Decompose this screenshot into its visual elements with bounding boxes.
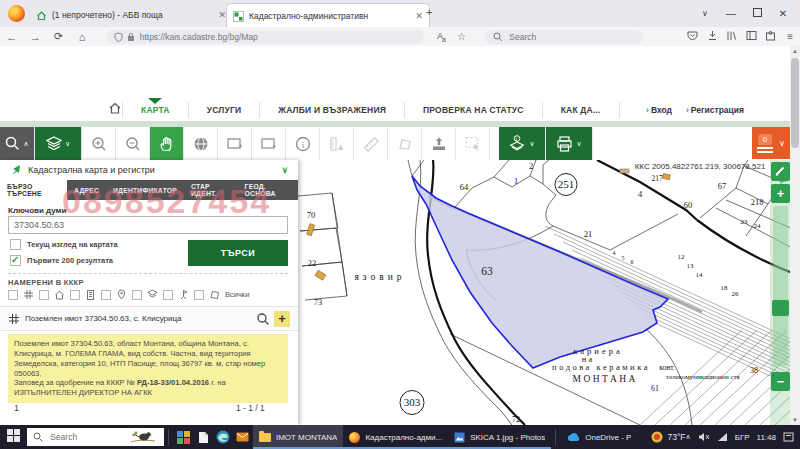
search-button[interactable]: ТЪРСИ <box>188 240 288 266</box>
tab-identifier[interactable]: ИДЕНТИФИКАТОР <box>106 180 184 200</box>
keywords-input[interactable] <box>8 216 288 234</box>
location-pin-icon[interactable] <box>116 289 127 300</box>
pan-button[interactable] <box>150 127 184 161</box>
login-link[interactable]: ›Вход <box>646 105 672 115</box>
menu-icon[interactable]: ≡ <box>780 31 800 42</box>
tab-close-icon[interactable]: ✕ <box>218 10 226 20</box>
zone-polygon-icon[interactable] <box>209 289 220 300</box>
tab-old-ident[interactable]: СТАР ИДЕНТ. <box>184 180 238 200</box>
house-icon[interactable] <box>54 289 65 300</box>
extension-icon[interactable] <box>761 30 781 43</box>
select-region-button[interactable] <box>456 127 490 161</box>
map-edit-button[interactable] <box>771 162 790 181</box>
measure-area-button[interactable] <box>388 127 422 161</box>
tab-geod-basis[interactable]: ГЕОД. ОСНОВА <box>238 180 298 200</box>
filter-checkbox[interactable] <box>194 290 204 300</box>
file-explorer-document-icon[interactable] <box>193 425 213 449</box>
filter-checkbox[interactable] <box>132 290 142 300</box>
address-field[interactable]: https://kais.cadastre.bg/bg/Map <box>106 30 425 44</box>
checkbox-icon[interactable] <box>10 239 21 250</box>
browser-search-input[interactable] <box>507 31 611 43</box>
hidden-icons-chevron[interactable]: ∧ <box>686 433 691 441</box>
new-tab-button[interactable]: + <box>426 6 432 18</box>
window-maximize-button[interactable] <box>744 8 770 19</box>
geodetic-point-icon[interactable] <box>178 289 189 300</box>
zoom-rect-out-button[interactable] <box>252 127 286 161</box>
taskbar-item-photos[interactable]: SKICA 1.jpg - Photos <box>448 425 551 449</box>
building-icon[interactable] <box>85 289 96 300</box>
selected-parcel-63[interactable] <box>412 176 668 368</box>
visible-layers-button[interactable]: i∨ <box>499 127 546 161</box>
layers-button[interactable]: ∨ <box>35 127 82 161</box>
page-number[interactable]: 1 <box>14 403 19 413</box>
window-minimize-button[interactable]: — <box>718 8 744 19</box>
tab-list-chevron-icon[interactable]: ∨ <box>692 9 718 18</box>
volume-muted-icon[interactable] <box>698 432 710 442</box>
zoom-to-result-icon[interactable] <box>256 312 270 326</box>
tab-close-icon[interactable]: ✕ <box>415 11 423 21</box>
nav-item-services[interactable]: УСЛУГИ <box>189 98 260 121</box>
taskbar-search-box[interactable] <box>27 428 164 446</box>
tab-quick-search[interactable]: БЪРЗО ТЪРСЕНЕ <box>0 180 67 200</box>
library-icon[interactable] <box>722 30 742 43</box>
search-panel-toggle-button[interactable]: ∧ <box>0 127 35 161</box>
layers-icon[interactable] <box>147 289 158 300</box>
zoom-slider-track[interactable] <box>773 206 788 366</box>
panel-chevron-down-icon[interactable]: ∨ <box>281 165 288 175</box>
taskbar-item-firefox[interactable]: Кадастрално-адми... <box>343 425 448 449</box>
register-link[interactable]: ›Регистрация <box>686 105 744 115</box>
filter-checkbox[interactable] <box>101 290 111 300</box>
nav-home-icon[interactable] <box>108 101 122 119</box>
info-button[interactable]: i <box>286 127 320 161</box>
zoom-rect-in-button[interactable] <box>218 127 252 161</box>
nav-item-complaints[interactable]: ЖАЛБИ И ВЪЗРАЖЕНИЯ <box>260 98 404 121</box>
browser-search-box[interactable] <box>485 30 643 44</box>
reload-icon[interactable]: ⟳ <box>47 30 70 43</box>
filter-checkbox[interactable] <box>163 290 173 300</box>
home-icon[interactable]: ⌂ <box>70 31 93 43</box>
print-button[interactable]: ∨ <box>546 127 593 161</box>
globe-extent-button[interactable] <box>184 127 218 161</box>
panel-header[interactable]: Кадастрална карта и регистри ∨ <box>0 160 298 180</box>
parcel-grid-icon[interactable] <box>23 289 34 300</box>
language-indicator[interactable]: БГР <box>735 433 750 442</box>
map-zoom-in-button[interactable]: + <box>771 184 790 203</box>
browser-tab-mail[interactable]: (1 непрочетено) - АБВ поща ✕ <box>30 3 232 27</box>
clock[interactable]: 11:48 <box>757 433 776 442</box>
filter-checkbox[interactable] <box>39 290 49 300</box>
task-view-icon[interactable] <box>173 425 193 449</box>
nav-item-map[interactable]: КАРТА <box>123 98 188 121</box>
filter-checkbox[interactable] <box>70 290 80 300</box>
network-icon[interactable] <box>717 432 728 442</box>
mail-icon[interactable] <box>233 425 253 449</box>
scrollbar-thumb[interactable] <box>791 58 799 148</box>
zoom-in-button[interactable] <box>82 127 116 161</box>
filter-all-label[interactable]: Всички <box>225 290 249 299</box>
current-view-option[interactable]: Текущ изглед на картата <box>10 239 118 250</box>
zoom-out-button[interactable] <box>116 127 150 161</box>
firefox-icon[interactable] <box>8 5 25 22</box>
upload-button[interactable] <box>422 127 456 161</box>
tab-address[interactable]: АДРЕС <box>67 180 106 200</box>
filter-checkbox[interactable] <box>8 290 18 300</box>
first-200-option[interactable]: Първите 200 резултата <box>10 255 113 266</box>
measure-length-button[interactable] <box>354 127 388 161</box>
edge-browser-icon[interactable] <box>213 425 233 449</box>
map-zoom-out-button[interactable]: − <box>771 372 790 391</box>
scroll-up-arrow[interactable]: ▲ <box>790 48 800 54</box>
nav-item-status[interactable]: ПРОВЕРКА НА СТАТУС <box>405 98 542 121</box>
sidebar-icon[interactable] <box>741 30 761 43</box>
scroll-down-arrow[interactable]: ▼ <box>790 417 800 423</box>
forward-icon[interactable]: → <box>23 31 46 43</box>
back-icon[interactable]: ← <box>0 31 23 43</box>
downloads-icon[interactable] <box>702 30 722 43</box>
bookmark-star-icon[interactable]: ☆ <box>452 31 472 42</box>
translate-icon[interactable]: Aa <box>432 30 452 44</box>
notifications-menu-button[interactable]: 0 ∨ <box>752 127 790 159</box>
scale-tool-button[interactable] <box>320 127 354 161</box>
page-scrollbar[interactable]: ▲ ▼ <box>790 46 800 425</box>
notification-center-icon[interactable] <box>783 432 794 442</box>
zoom-slider-thumb[interactable] <box>772 300 789 316</box>
taskbar-search-input[interactable] <box>48 431 130 443</box>
window-close-button[interactable]: ✕ <box>770 8 796 19</box>
